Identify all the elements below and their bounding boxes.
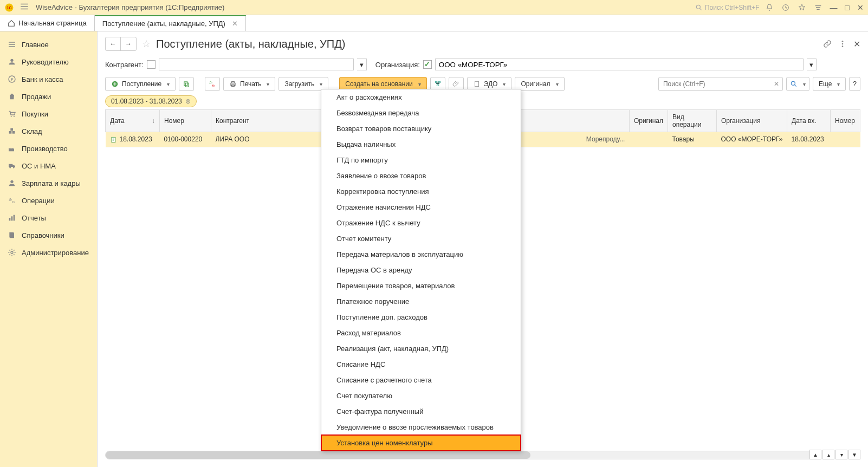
- global-search[interactable]: Поиск Ctrl+Shift+F: [695, 4, 760, 11]
- dd-item[interactable]: Уведомление о ввозе прослеживаемых товар…: [321, 419, 521, 435]
- copy-button[interactable]: [179, 77, 194, 91]
- content-area: ← → ☆ Поступление (акты, накладные, УПД)…: [98, 31, 868, 467]
- org-input[interactable]: [435, 59, 804, 70]
- col-number[interactable]: Номер: [160, 110, 211, 132]
- sidebar-item-leader[interactable]: Руководителю: [0, 53, 97, 70]
- dd-item[interactable]: Счет покупателю: [321, 388, 521, 404]
- dtkt-button[interactable]: ДтКт: [205, 77, 220, 91]
- dd-item[interactable]: Заявление о ввозе товаров: [321, 168, 521, 184]
- help-button[interactable]: ?: [849, 77, 860, 91]
- sidebar-item-references[interactable]: Справочники: [0, 226, 97, 244]
- minimize-button[interactable]: —: [830, 3, 838, 12]
- col-number-in[interactable]: Номер: [831, 110, 860, 132]
- link-icon[interactable]: [823, 40, 832, 48]
- th-label: Номер: [164, 117, 184, 125]
- org-dropdown-button[interactable]: ▾: [807, 59, 817, 70]
- dd-item[interactable]: Передача ОС в аренду: [321, 262, 521, 278]
- btn-label: Загрузить: [284, 80, 314, 88]
- dd-item[interactable]: Возврат товаров поставщику: [321, 121, 521, 137]
- svg-rect-36: [475, 81, 478, 86]
- svg-text:Дт: Дт: [210, 81, 213, 84]
- col-original[interactable]: Оригинал: [629, 110, 668, 132]
- sidebar-item-stock[interactable]: Склад: [0, 122, 97, 140]
- dd-item[interactable]: Платежное поручение: [321, 294, 521, 309]
- book-icon: [8, 231, 16, 239]
- kontragent-checkbox[interactable]: [147, 60, 156, 69]
- dd-item[interactable]: Отражение НДС к вычету: [321, 215, 521, 231]
- history-icon[interactable]: [781, 3, 790, 12]
- sidebar-item-salary[interactable]: Зарплата и кадры: [0, 174, 97, 192]
- dd-item[interactable]: ГТД по импорту: [321, 152, 521, 168]
- dd-item-highlighted[interactable]: Установка цен номенклатуры: [321, 435, 521, 451]
- menu-icon[interactable]: [20, 2, 29, 13]
- dd-item[interactable]: Расход материалов: [321, 325, 521, 341]
- bell-icon[interactable]: [765, 3, 774, 12]
- scroll-bottom-button[interactable]: ▼: [848, 450, 860, 459]
- nav-back-button[interactable]: ←: [106, 37, 121, 50]
- scroll-down-button[interactable]: ▾: [835, 450, 847, 459]
- sidebar-item-operations[interactable]: ДтКтОперации: [0, 192, 97, 209]
- more-button[interactable]: Еще: [813, 77, 846, 91]
- sidebar-item-bank[interactable]: ₽Банк и касса: [0, 70, 97, 88]
- h-scrollbar[interactable]: [105, 451, 814, 459]
- dd-item[interactable]: Корректировка поступления: [321, 184, 521, 199]
- scroll-top-button[interactable]: ▲: [809, 450, 821, 459]
- sidebar-item-reports[interactable]: Отчеты: [0, 209, 97, 226]
- lines-icon[interactable]: [814, 3, 822, 12]
- print-button[interactable]: Печать: [223, 77, 275, 91]
- sidebar-item-sales[interactable]: Продажи: [0, 88, 97, 105]
- nav-forward-button[interactable]: →: [121, 37, 136, 50]
- search-clear-icon[interactable]: ✕: [770, 80, 782, 88]
- cell-text: ЛИРА ООО: [216, 135, 250, 143]
- kontragent-dropdown-button[interactable]: ▾: [357, 59, 367, 70]
- dd-item[interactable]: Выдача наличных: [321, 137, 521, 152]
- scroll-up-button[interactable]: ▴: [822, 450, 834, 459]
- chip-remove-icon[interactable]: ⊗: [185, 98, 191, 105]
- original-button[interactable]: Оригинал: [515, 77, 564, 91]
- bag-icon: [8, 92, 16, 101]
- postuplenie-button[interactable]: Поступление: [105, 77, 176, 91]
- maximize-button[interactable]: □: [845, 3, 850, 12]
- more-vertical-icon[interactable]: [838, 40, 847, 48]
- search-dd-button[interactable]: [786, 77, 809, 91]
- dd-item[interactable]: Безвозмездная передача: [321, 105, 521, 121]
- tab-close-icon[interactable]: ✕: [232, 20, 238, 28]
- star-icon[interactable]: [798, 3, 806, 12]
- close-page-button[interactable]: ✕: [853, 39, 860, 49]
- close-window-button[interactable]: ✕: [857, 3, 864, 12]
- dd-item[interactable]: Счет-фактура полученный: [321, 404, 521, 419]
- col-organization[interactable]: Организация: [717, 110, 787, 132]
- col-operation-type[interactable]: Вид операции: [668, 110, 717, 132]
- dd-item[interactable]: Списание НДС: [321, 356, 521, 372]
- sidebar-item-main[interactable]: Главное: [0, 36, 97, 53]
- tab-postuplenie[interactable]: Поступление (акты, накладные, УПД) ✕: [95, 15, 246, 31]
- col-date-in[interactable]: Дата вх.: [787, 110, 831, 132]
- org-checkbox[interactable]: [423, 60, 432, 69]
- table-search-input[interactable]: [659, 80, 770, 88]
- dd-item[interactable]: Отражение начисления НДС: [321, 199, 521, 215]
- kontragent-input[interactable]: [159, 59, 354, 70]
- dd-item[interactable]: Реализация (акт, накладная, УПД): [321, 341, 521, 356]
- factory-icon: [8, 144, 16, 153]
- dd-item[interactable]: Списание с расчетного счета: [321, 372, 521, 388]
- dd-item[interactable]: Отчет комитенту: [321, 231, 521, 247]
- svg-text:Кт: Кт: [12, 200, 15, 204]
- dd-item[interactable]: Поступление доп. расходов: [321, 309, 521, 325]
- svg-rect-30: [231, 83, 235, 86]
- dd-item[interactable]: Передача материалов в эксплуатацию: [321, 247, 521, 262]
- table-search[interactable]: ✕: [658, 77, 783, 91]
- sidebar-item-production[interactable]: Производство: [0, 140, 97, 157]
- home-icon: [8, 20, 15, 27]
- sidebar-item-admin[interactable]: Администрирование: [0, 244, 97, 261]
- sidebar-item-purchases[interactable]: Покупки: [0, 105, 97, 122]
- dd-item[interactable]: Перемещение товаров, материалов: [321, 278, 521, 294]
- h-scrollbar-thumb[interactable]: [106, 451, 530, 459]
- date-filter-chip[interactable]: 01.08.2023 - 31.08.2023 ⊗: [105, 95, 197, 107]
- sidebar-item-os[interactable]: ОС и НМА: [0, 157, 97, 174]
- dd-item[interactable]: Акт о расхождениях: [321, 89, 521, 105]
- favorite-star-icon[interactable]: ☆: [142, 38, 151, 50]
- col-date[interactable]: Дата↓: [106, 110, 160, 132]
- svg-rect-11: [12, 131, 15, 134]
- chart-icon: [8, 213, 16, 222]
- tab-home[interactable]: Начальная страница: [0, 15, 95, 31]
